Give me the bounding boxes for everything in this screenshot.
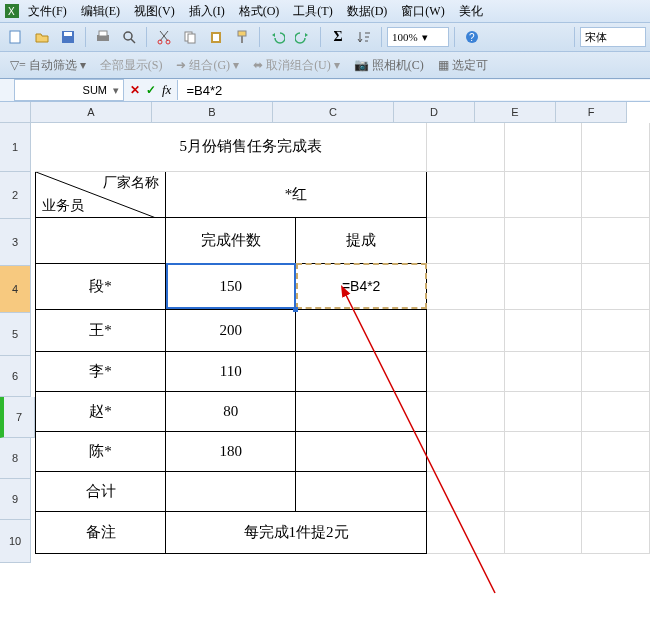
cell-A6[interactable]: 李* [36, 351, 166, 391]
font-combo[interactable]: 宋体 [580, 27, 646, 47]
showall-button[interactable]: 全部显示(S) [96, 57, 167, 74]
cell-B2[interactable]: *红 [166, 171, 427, 217]
cell-B6[interactable]: 110 [166, 351, 296, 391]
print-button[interactable] [91, 25, 115, 49]
cell-B5[interactable]: 200 [166, 309, 296, 351]
row-header-2[interactable]: 2 [0, 172, 31, 219]
formula-input[interactable]: =B4*2 [177, 80, 650, 100]
cell-D7[interactable] [427, 391, 505, 431]
cell-E9[interactable] [504, 471, 582, 511]
ungroup-button[interactable]: ⬌ 取消组合(U)▾ [249, 57, 344, 74]
cell-D3[interactable] [427, 217, 505, 263]
cell-C8[interactable] [296, 431, 427, 471]
cell-D4[interactable] [427, 263, 505, 309]
autofilter-button[interactable]: ▽= 自动筛选 ▾ [6, 57, 90, 74]
name-box[interactable]: SUM ▾ [14, 79, 124, 101]
cell-F1[interactable] [582, 123, 650, 171]
cell-B4[interactable]: 150 [166, 263, 296, 309]
row-header-4[interactable]: 4 [0, 266, 31, 313]
cell-A7[interactable]: 赵* [36, 391, 166, 431]
cell-E5[interactable] [504, 309, 582, 351]
cell-B8[interactable]: 180 [166, 431, 296, 471]
cell-E6[interactable] [504, 351, 582, 391]
cell-F7[interactable] [582, 391, 650, 431]
cell-E3[interactable] [504, 217, 582, 263]
menu-tools[interactable]: 工具(T) [287, 1, 338, 22]
menu-insert[interactable]: 插入(I) [183, 1, 231, 22]
open-button[interactable] [30, 25, 54, 49]
zoom-combo[interactable]: 100% ▾ [387, 27, 449, 47]
cell-D2[interactable] [427, 171, 505, 217]
cell-A5[interactable]: 王* [36, 309, 166, 351]
col-header-D[interactable]: D [394, 102, 475, 123]
cell-E10[interactable] [504, 511, 582, 553]
insert-function-button[interactable]: fx [162, 82, 171, 98]
row-header-8[interactable]: 8 [0, 438, 31, 479]
cell-C9[interactable] [296, 471, 427, 511]
cell-F5[interactable] [582, 309, 650, 351]
cell-F4[interactable] [582, 263, 650, 309]
menu-beautify[interactable]: 美化 [453, 1, 489, 22]
redo-button[interactable] [291, 25, 315, 49]
cell-C3[interactable]: 提成 [296, 217, 427, 263]
col-header-F[interactable]: F [556, 102, 627, 123]
undo-button[interactable] [265, 25, 289, 49]
cell-A2-diagonal[interactable]: 厂家名称 业务员 [36, 171, 166, 217]
new-button[interactable] [4, 25, 28, 49]
cell-B9[interactable] [166, 471, 296, 511]
cell-B10[interactable]: 每完成1件提2元 [166, 511, 427, 553]
autosum-button[interactable]: Σ [326, 25, 350, 49]
col-header-C[interactable]: C [273, 102, 394, 123]
row-header-3[interactable]: 3 [0, 219, 31, 266]
cell-C4-editing[interactable]: =B4*2 [296, 263, 427, 309]
menu-window[interactable]: 窗口(W) [395, 1, 450, 22]
cell-A10[interactable]: 备注 [36, 511, 166, 553]
cell-E7[interactable] [504, 391, 582, 431]
col-header-E[interactable]: E [475, 102, 556, 123]
cell-E8[interactable] [504, 431, 582, 471]
copy-button[interactable] [178, 25, 202, 49]
cell-C7[interactable] [296, 391, 427, 431]
cell-C5[interactable] [296, 309, 427, 351]
cell-C6[interactable] [296, 351, 427, 391]
cell-F6[interactable] [582, 351, 650, 391]
cell-A3[interactable] [36, 217, 166, 263]
row-header-6[interactable]: 6 [0, 356, 31, 397]
cell-D1[interactable] [427, 123, 505, 171]
row-header-5[interactable]: 5 [0, 313, 31, 356]
cell-A4[interactable]: 段* [36, 263, 166, 309]
cell-F10[interactable] [582, 511, 650, 553]
cell-D5[interactable] [427, 309, 505, 351]
select-all-corner[interactable] [0, 102, 31, 123]
group-button[interactable]: ➜ 组合(G)▾ [172, 57, 243, 74]
cell-D6[interactable] [427, 351, 505, 391]
cell-B3[interactable]: 完成件数 [166, 217, 296, 263]
help-button[interactable]: ? [460, 25, 484, 49]
cut-button[interactable] [152, 25, 176, 49]
cell-E1[interactable] [504, 123, 582, 171]
sort-button[interactable] [352, 25, 376, 49]
cell-A8[interactable]: 陈* [36, 431, 166, 471]
cell-F8[interactable] [582, 431, 650, 471]
cell-E2[interactable] [504, 171, 582, 217]
accept-formula-button[interactable]: ✓ [146, 83, 156, 97]
cell-D8[interactable] [427, 431, 505, 471]
col-header-B[interactable]: B [152, 102, 273, 123]
menu-edit[interactable]: 编辑(E) [75, 1, 126, 22]
col-header-A[interactable]: A [31, 102, 152, 123]
cell-A1-title[interactable]: 5月份销售任务完成表 [36, 123, 427, 171]
format-painter-button[interactable] [230, 25, 254, 49]
save-button[interactable] [56, 25, 80, 49]
cancel-formula-button[interactable]: ✕ [130, 83, 140, 97]
preview-button[interactable] [117, 25, 141, 49]
cell-B7[interactable]: 80 [166, 391, 296, 431]
cell-A9[interactable]: 合计 [36, 471, 166, 511]
row-header-7[interactable]: 7 [0, 397, 35, 438]
cell-D10[interactable] [427, 511, 505, 553]
row-header-10[interactable]: 10 [0, 520, 31, 563]
camera-button[interactable]: 📷 照相机(C) [350, 57, 428, 74]
cell-F9[interactable] [582, 471, 650, 511]
menu-file[interactable]: 文件(F) [22, 1, 73, 22]
cell-E4[interactable] [504, 263, 582, 309]
cell-F2[interactable] [582, 171, 650, 217]
